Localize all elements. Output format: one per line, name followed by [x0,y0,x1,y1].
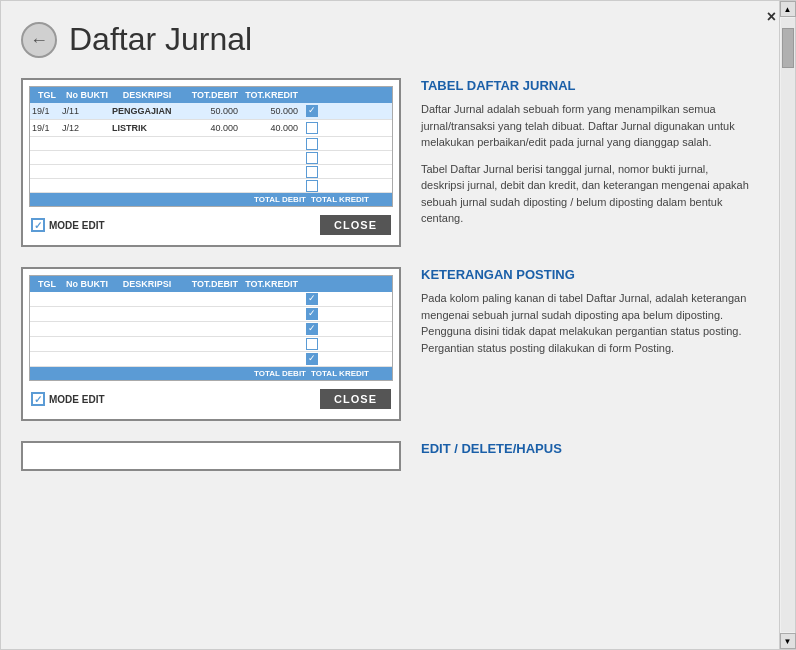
window-close-button[interactable]: × [767,8,776,26]
desc-text-2a: Pada kolom paling kanan di tabel Daftar … [421,290,749,356]
posting-check-icon [306,338,318,350]
cell-kredit: 50.000 [242,106,302,116]
scrollbar[interactable]: ▲ ▼ [779,1,795,649]
cell-kredit: 40.000 [242,123,302,133]
cell-check [302,105,322,117]
scroll-down-button[interactable]: ▼ [780,633,796,649]
scroll-thumb[interactable] [782,28,794,68]
table-header-1: TGL No BUKTI DESKRIPSI TOT.DEBIT TOT.KRE… [30,87,392,103]
table-inner-2: TGL No BUKTI DESKRIPSI TOT.DEBIT TOT.KRE… [29,275,393,381]
col-bukti-1: No BUKTI [62,90,112,100]
col-check-1 [302,90,322,100]
mode-edit-1: MODE EDIT [31,218,105,232]
mode-edit-label-1: MODE EDIT [49,220,105,231]
desc-title-3: EDIT / DELETE/HAPUS [421,441,749,456]
mode-edit-label-2: MODE EDIT [49,394,105,405]
col-deskripsi-1: DESKRIPSI [112,90,182,100]
mode-edit-checkbox-1[interactable] [31,218,45,232]
table-row: 19/1 J/11 PENGGAJIAN 50.000 50.000 [30,103,392,120]
desc-text-1a: Daftar Jurnal adalah sebuah form yang me… [421,101,749,151]
col-debit-1: TOT.DEBIT [182,90,242,100]
check-icon [306,166,318,178]
section-edit-delete: EDIT / DELETE/HAPUS [21,441,779,471]
cell-check [302,122,322,134]
page-title: Daftar Jurnal [69,21,252,58]
table-row [30,137,392,151]
posting-check-icon [306,323,318,335]
table-row [30,337,392,352]
table-row [30,352,392,367]
table-row: 19/1 J/12 LISTRIK 40.000 40.000 [30,120,392,137]
table-card-2: TGL No BUKTI DESKRIPSI TOT.DEBIT TOT.KRE… [21,267,401,421]
desc-title-2: KETERANGAN POSTING [421,267,749,282]
footer-kredit-1: TOTAL KREDIT [310,195,370,204]
posting-check-icon [306,308,318,320]
col-kredit-1: TOT.KREDIT [242,90,302,100]
section-tabel-daftar-jurnal: TGL No BUKTI DESKRIPSI TOT.DEBIT TOT.KRE… [21,78,779,247]
posting-check-icon [306,353,318,365]
cell-tgl: 19/1 [32,106,62,116]
table-row [30,322,392,337]
table-card-3 [21,441,401,471]
cell-bukti: J/11 [62,106,112,116]
col-deskripsi-2: DESKRIPSI [112,279,182,289]
close-button-1[interactable]: CLOSE [320,215,391,235]
desc-panel-3: EDIT / DELETE/HAPUS [421,441,759,471]
col-tgl-2: TGL [32,279,62,289]
cell-deskripsi: LISTRIK [112,123,182,133]
back-icon: ← [30,31,48,49]
section-keterangan-posting: TGL No BUKTI DESKRIPSI TOT.DEBIT TOT.KRE… [21,267,779,421]
cell-debit: 40.000 [182,123,242,133]
footer-kredit-2: TOTAL KREDIT [310,369,370,378]
back-button[interactable]: ← [21,22,57,58]
table-bottom-2: MODE EDIT CLOSE [29,385,393,413]
table-header-2: TGL No BUKTI DESKRIPSI TOT.DEBIT TOT.KRE… [30,276,392,292]
table-card-1: TGL No BUKTI DESKRIPSI TOT.DEBIT TOT.KRE… [21,78,401,247]
mode-edit-checkbox-2[interactable] [31,392,45,406]
check-icon [306,152,318,164]
desc-text-1b: Tabel Daftar Jurnal berisi tanggal jurna… [421,161,749,227]
check-icon [306,105,318,117]
desc-title-1: TABEL DAFTAR JURNAL [421,78,749,93]
page-header: ← Daftar Jurnal [21,21,779,58]
posting-check-icon [306,293,318,305]
col-check-2 [302,279,322,289]
col-kredit-2: TOT.KREDIT [242,279,302,289]
table-bottom-1: MODE EDIT CLOSE [29,211,393,239]
table-footer-1: TOTAL DEBIT TOTAL KREDIT [30,193,392,206]
desc-panel-1: TABEL DAFTAR JURNAL Daftar Jurnal adalah… [421,78,759,247]
footer-debit-1: TOTAL DEBIT [250,195,310,204]
table-row [30,151,392,165]
table-row [30,179,392,193]
table-row [30,307,392,322]
table-row [30,292,392,307]
col-debit-2: TOT.DEBIT [182,279,242,289]
table-inner-1: TGL No BUKTI DESKRIPSI TOT.DEBIT TOT.KRE… [29,86,393,207]
table-footer-2: TOTAL DEBIT TOTAL KREDIT [30,367,392,380]
col-bukti-2: No BUKTI [62,279,112,289]
table-row [30,165,392,179]
cell-tgl: 19/1 [32,123,62,133]
check-icon [306,180,318,192]
check-icon [306,138,318,150]
cell-bukti: J/12 [62,123,112,133]
scroll-up-button[interactable]: ▲ [780,1,796,17]
check-icon [306,122,318,134]
desc-panel-2: KETERANGAN POSTING Pada kolom paling kan… [421,267,759,421]
cell-deskripsi: PENGGAJIAN [112,106,182,116]
close-button-2[interactable]: CLOSE [320,389,391,409]
footer-debit-2: TOTAL DEBIT [250,369,310,378]
scroll-track [781,18,795,632]
col-tgl-1: TGL [32,90,62,100]
mode-edit-2: MODE EDIT [31,392,105,406]
cell-debit: 50.000 [182,106,242,116]
